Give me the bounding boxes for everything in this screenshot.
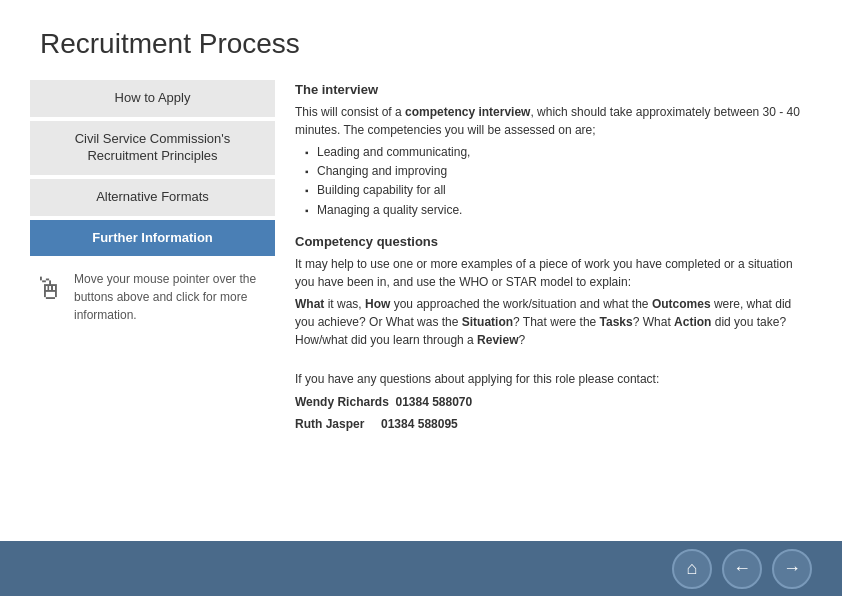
contact-wendy: Wendy Richards 01384 588070 xyxy=(295,392,812,414)
contact-ruth: Ruth Jasper 01384 588095 xyxy=(295,414,812,436)
sidebar-hint-text: Move your mouse pointer over the buttons… xyxy=(74,270,271,324)
sidebar-btn-further-information[interactable]: Further Information xyxy=(30,220,275,257)
interview-intro: This will consist of a competency interv… xyxy=(295,103,812,139)
bullet-item: Changing and improving xyxy=(305,162,812,181)
page-title: Recruitment Process xyxy=(0,0,842,80)
bullet-item: Building capability for all xyxy=(305,181,812,200)
content-area: The interview This will consist of a com… xyxy=(295,80,812,436)
sidebar-btn-civil-service[interactable]: Civil Service Commission's Recruitment P… xyxy=(30,121,275,175)
sidebar: How to Apply Civil Service Commission's … xyxy=(30,80,275,436)
competency-section: Competency questions It may help to use … xyxy=(295,234,812,349)
sidebar-hint: 🖱 Move your mouse pointer over the butto… xyxy=(30,270,275,324)
bullet-item: Managing a quality service. xyxy=(305,201,812,220)
contact-intro: If you have any questions about applying… xyxy=(295,369,812,391)
competency-text1: It may help to use one or more examples … xyxy=(295,255,812,291)
forward-button[interactable]: → xyxy=(772,549,812,589)
bottom-bar: ⌂ ← → xyxy=(0,541,842,596)
main-content: How to Apply Civil Service Commission's … xyxy=(0,80,842,436)
interview-title: The interview xyxy=(295,82,812,97)
sidebar-btn-how-to-apply[interactable]: How to Apply xyxy=(30,80,275,117)
mouse-icon: 🖱 xyxy=(34,272,64,306)
bullet-item: Leading and communicating, xyxy=(305,143,812,162)
bullet-list: Leading and communicating, Changing and … xyxy=(305,143,812,220)
sidebar-btn-alternative-formats[interactable]: Alternative Formats xyxy=(30,179,275,216)
interview-section: The interview This will consist of a com… xyxy=(295,82,812,220)
home-button[interactable]: ⌂ xyxy=(672,549,712,589)
back-button[interactable]: ← xyxy=(722,549,762,589)
contact-section: If you have any questions about applying… xyxy=(295,369,812,436)
competency-text2: What it was, How you approached the work… xyxy=(295,295,812,349)
competency-title: Competency questions xyxy=(295,234,812,249)
